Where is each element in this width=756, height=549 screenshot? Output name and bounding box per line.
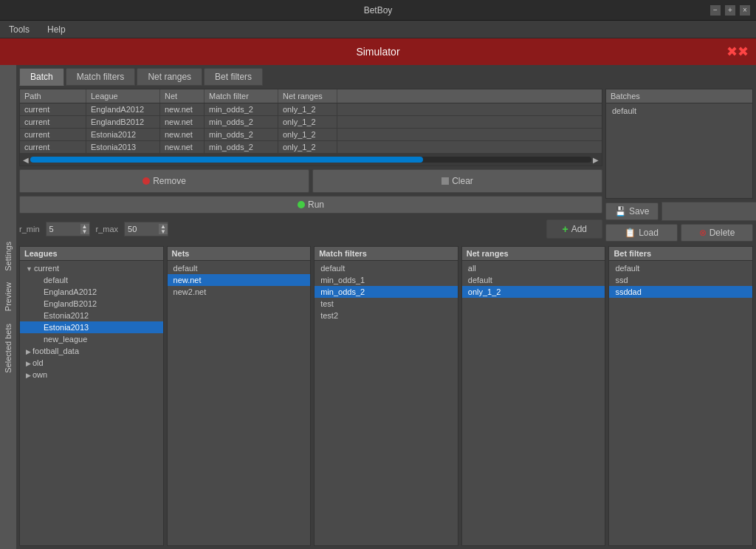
list-item[interactable]: Estonia2012: [20, 310, 163, 321]
col-match-filter: Match filter: [205, 89, 278, 103]
tab-batch[interactable]: Batch: [19, 68, 64, 86]
batches-list: default: [606, 103, 752, 118]
top-content: Path League Net Match filter Net ranges …: [19, 89, 753, 242]
remove-icon: [142, 177, 150, 185]
cell-path: current: [20, 103, 86, 115]
leagues-list: ▼current default EnglandA2012 EnglandB20…: [20, 261, 163, 545]
table-row[interactable]: current Estonia2012 new.net min_odds_2 o…: [20, 129, 602, 141]
r-max-input[interactable]: [128, 225, 157, 233]
r-max-down[interactable]: ▼: [159, 229, 168, 234]
list-item[interactable]: ssd: [609, 274, 752, 286]
run-button[interactable]: Run: [19, 196, 602, 214]
load-button[interactable]: 📋 Load: [605, 224, 678, 242]
list-item[interactable]: new2.net: [168, 286, 311, 298]
tab-net-ranges[interactable]: Net ranges: [137, 68, 202, 86]
r-min-down[interactable]: ▼: [80, 229, 89, 234]
close-button[interactable]: ×: [740, 5, 750, 16]
list-item[interactable]: EnglandB2012: [20, 298, 163, 310]
match-filters-list: default min_odds_1 min_odds_2 test test2: [315, 261, 458, 545]
table-row[interactable]: current Estonia2013 new.net min_odds_2 o…: [20, 141, 602, 154]
list-item[interactable]: test: [315, 298, 458, 310]
r-max-label: r_max: [96, 225, 119, 233]
list-item[interactable]: default: [609, 262, 752, 274]
save-input[interactable]: [662, 202, 756, 221]
title-bar-controls: − + ×: [710, 5, 750, 16]
remove-clear-row: Remove Clear: [19, 169, 602, 193]
minimize-button[interactable]: −: [710, 5, 721, 16]
scroll-right-arrow[interactable]: ▶: [591, 156, 600, 164]
menu-bar: Tools Help: [0, 21, 756, 38]
list-item[interactable]: min_odds_1: [315, 274, 458, 286]
table-row[interactable]: current EnglandA2012 new.net min_odds_2 …: [20, 103, 602, 116]
match-filters-header: Match filters: [315, 247, 458, 261]
scroll-left-arrow[interactable]: ◀: [21, 156, 30, 164]
cell-path: current: [20, 141, 86, 153]
selected-bets-label[interactable]: Selected bets: [2, 321, 14, 376]
delete-icon: ⊗: [699, 228, 707, 238]
preview-label[interactable]: Preview: [2, 279, 14, 314]
menu-tools[interactable]: Tools: [6, 23, 32, 36]
title-bar: BetBoy − + ×: [0, 0, 756, 21]
list-item[interactable]: ssddad: [609, 286, 752, 298]
tab-match-filters[interactable]: Match filters: [66, 68, 136, 86]
tree-expand-icon: ▶: [26, 360, 31, 367]
col-path: Path: [20, 89, 86, 103]
remove-button[interactable]: Remove: [19, 169, 309, 193]
list-item[interactable]: ▼current: [20, 262, 163, 274]
list-item[interactable]: default: [462, 274, 605, 286]
delete-button[interactable]: ⊗ Delete: [681, 224, 753, 242]
scroll-track[interactable]: [30, 157, 591, 163]
r-min-arrows: ▲ ▼: [80, 224, 89, 234]
r-min-input[interactable]: [49, 225, 79, 233]
list-item[interactable]: ▶own: [20, 369, 163, 381]
cell-match-filter: min_odds_2: [205, 116, 278, 128]
nets-panel: Nets default new.net new2.net: [167, 246, 312, 546]
save-icon: 💾: [615, 206, 626, 216]
list-item[interactable]: default: [606, 105, 752, 117]
list-item[interactable]: EnglandA2012: [20, 286, 163, 298]
r-min-spinbox[interactable]: ▲ ▼: [46, 222, 90, 236]
add-button[interactable]: + Add: [546, 219, 602, 239]
cell-path: current: [20, 116, 86, 128]
menu-help[interactable]: Help: [44, 23, 69, 36]
net-ranges-panel: Net ranges all default only_1_2: [461, 246, 606, 546]
simulator-close-icon[interactable]: ✖✖: [726, 44, 749, 60]
list-item[interactable]: min_odds_2: [315, 286, 458, 298]
leagues-panel: Leagues ▼current default EnglandA2012 En…: [19, 246, 164, 546]
cell-match-filter: min_odds_2: [205, 141, 278, 153]
load-icon: 📋: [625, 228, 636, 238]
list-item[interactable]: only_1_2: [462, 286, 605, 298]
scroll-thumb[interactable]: [30, 157, 423, 163]
cell-net-ranges: only_1_2: [278, 129, 337, 140]
r-max-spinbox[interactable]: ▲ ▼: [124, 222, 168, 236]
controls-row: r_min ▲ ▼ r_max ▲ ▼: [19, 216, 602, 242]
cell-league: Estonia2012: [86, 129, 160, 140]
col-net-ranges: Net ranges: [278, 89, 337, 103]
maximize-button[interactable]: +: [725, 5, 735, 16]
list-item[interactable]: new_league: [20, 333, 163, 345]
run-icon: [298, 201, 305, 208]
list-item[interactable]: all: [462, 262, 605, 274]
batches-panel: Batches default: [605, 89, 753, 199]
save-button[interactable]: 💾 Save: [605, 202, 659, 220]
save-label: Save: [629, 206, 649, 216]
horizontal-scrollbar[interactable]: ◀ ▶: [20, 154, 602, 166]
list-item[interactable]: ▶old: [20, 357, 163, 369]
clear-button[interactable]: Clear: [312, 169, 602, 193]
right-section: Batches default 💾 Save 📋: [605, 89, 753, 242]
list-item[interactable]: default: [20, 274, 163, 286]
net-ranges-header: Net ranges: [462, 247, 605, 261]
simulator-title: Simulator: [356, 46, 399, 58]
list-item[interactable]: default: [315, 262, 458, 274]
col-league: League: [86, 89, 160, 103]
clear-label: Clear: [452, 176, 473, 186]
list-item[interactable]: Estonia2013: [20, 321, 163, 333]
list-item[interactable]: default: [168, 262, 311, 274]
list-item[interactable]: ▶football_data: [20, 345, 163, 357]
list-item[interactable]: test2: [315, 310, 458, 321]
table-row[interactable]: current EnglandB2012 new.net min_odds_2 …: [20, 116, 602, 129]
settings-sidebar: Settings Preview Selected bets: [0, 65, 16, 549]
settings-label[interactable]: Settings: [2, 239, 14, 274]
list-item[interactable]: new.net: [168, 274, 311, 286]
tab-bet-filters[interactable]: Bet filters: [204, 68, 263, 86]
